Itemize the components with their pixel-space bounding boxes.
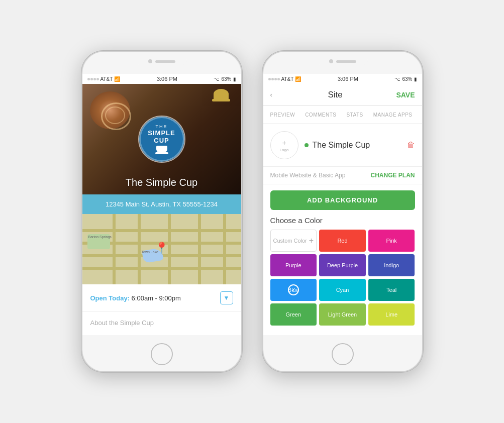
active-status-dot [305, 143, 309, 147]
camera-icon [148, 59, 152, 63]
hero-section: THE SIMPLE CUP The Simple Cup [82, 84, 241, 194]
latte-art [90, 91, 130, 129]
latte-inner [105, 107, 125, 124]
plan-text: Mobile Website & Basic App [270, 172, 346, 179]
tab-manage-apps[interactable]: MANAGE APPS [371, 108, 415, 122]
color-green[interactable]: Green [270, 303, 317, 326]
phones-container: AT&T 📶 3:06 PM ⌥ 63% ▮ [71, 41, 433, 382]
hours-expand-button[interactable]: ▼ [220, 291, 233, 304]
color-red[interactable]: Red [319, 230, 366, 252]
color-deep-purple[interactable]: Deep Purple [319, 254, 366, 276]
map-road-h4 [82, 267, 241, 270]
map-road-v2 [138, 214, 141, 284]
plan-section: Mobile Website & Basic App CHANGE PLAN [263, 167, 422, 184]
phone2-camera [329, 59, 333, 63]
status-bar: AT&T 📶 3:06 PM ⌥ 63% ▮ [82, 74, 241, 84]
selected-checkmark: ✓ [288, 284, 299, 295]
signal-dots [87, 78, 99, 80]
logo-text-cup: CUP [154, 137, 169, 144]
address-text: 12345 Main St. Austin, TX 55555-1234 [106, 200, 218, 208]
address-bar[interactable]: 12345 Main St. Austin, TX 55555-1234 [82, 194, 241, 214]
color-green-label: Green [286, 311, 301, 318]
carrier-label: AT&T [100, 76, 113, 82]
phone-1: AT&T 📶 3:06 PM ⌥ 63% ▮ [81, 51, 242, 372]
phone2-power[interactable] [422, 112, 423, 134]
color-cyan-label: Cyan [336, 287, 349, 293]
wifi-icon: 📶 [114, 76, 120, 82]
color-indigo-label: Indigo [384, 262, 399, 268]
battery-label: 63% [221, 76, 231, 82]
map-road-v1 [113, 214, 116, 284]
delete-site-button[interactable]: 🗑 [407, 141, 415, 150]
logo-placeholder-label: Logo [280, 148, 289, 152]
about-section: About the Simple Cup [82, 312, 241, 333]
cup-saucer [155, 152, 168, 154]
power-button[interactable] [241, 112, 242, 134]
nav-bar: ‹ Site SAVE [263, 84, 422, 106]
signal-dot-4 [96, 78, 99, 80]
logo-upload-button[interactable]: + Logo [270, 131, 298, 159]
back-button[interactable]: ‹ [270, 91, 274, 98]
phone2-home-button[interactable] [332, 343, 354, 365]
custom-plus-icon: + [309, 236, 314, 245]
phone2-battery-icon: ▮ [414, 76, 417, 82]
color-lime-label: Lime [385, 311, 397, 318]
color-pink[interactable]: Pink [368, 230, 415, 252]
color-custom[interactable]: Custom Color + [270, 230, 317, 252]
map-pin: 📍 [155, 242, 168, 255]
logo-cup-icon [155, 146, 168, 155]
bell-base [212, 99, 230, 101]
phone2-status-right: ⌥ 63% ▮ [394, 76, 417, 82]
phone1-screen: AT&T 📶 3:06 PM ⌥ 63% ▮ [82, 74, 241, 335]
logo-text-simple: SIMPLE [148, 129, 175, 137]
color-purple[interactable]: Purple [270, 254, 317, 276]
home-button[interactable] [151, 343, 173, 365]
phone2-screen: AT&T 📶 3:06 PM ⌥ 63% ▮ ‹ Site SAVE [263, 74, 422, 335]
about-title: About the Simple Cup [90, 319, 154, 327]
change-plan-button[interactable]: CHANGE PLAN [370, 172, 415, 179]
tab-preview[interactable]: PREVIEW [268, 108, 297, 122]
color-cyan[interactable]: Cyan [319, 279, 366, 301]
phone2-sig2 [271, 78, 274, 80]
color-grid: Custom Color + Red Pink Purple Deep Purp… [270, 230, 415, 326]
map-section[interactable]: Barton Springs Town Lake 📍 [82, 214, 241, 284]
tab-stats[interactable]: STATS [344, 108, 365, 122]
hours-section[interactable]: Open Today: 6:00am - 9:00pm ▼ [82, 284, 241, 312]
status-time: 3:06 PM [157, 76, 177, 82]
color-teal[interactable]: Teal [368, 279, 415, 301]
site-name-row: The Simple Cup 🗑 [305, 141, 415, 150]
phone2-status-left: AT&T 📶 [268, 76, 301, 82]
custom-color-label: Custom Color [273, 238, 307, 244]
phone2-wifi-icon: 📶 [295, 76, 301, 82]
logo-circle: THE SIMPLE CUP [139, 117, 184, 162]
phone2-sig1 [268, 78, 271, 80]
map-background: Barton Springs Town Lake 📍 [82, 214, 241, 284]
color-indigo[interactable]: Indigo [368, 254, 415, 276]
color-teal-label: Teal [386, 287, 396, 293]
phone2-sig4 [277, 78, 280, 80]
save-button[interactable]: SAVE [396, 91, 415, 99]
color-blue[interactable]: Blue ✓ [270, 279, 317, 301]
hours-open-label: Open Today: [90, 294, 130, 302]
signal-dot-3 [93, 78, 96, 80]
speaker-icon [155, 60, 175, 63]
color-deep-purple-label: Deep Purple [327, 262, 358, 268]
phone2-status-bar: AT&T 📶 3:06 PM ⌥ 63% ▮ [263, 74, 422, 84]
tab-comments[interactable]: COMMENTS [303, 108, 338, 122]
site-info-section: + Logo The Simple Cup 🗑 [263, 124, 422, 167]
bell-dome [214, 89, 229, 99]
phone-notch [137, 58, 187, 65]
color-lime[interactable]: Lime [368, 303, 415, 326]
phone2-bluetooth-icon: ⌥ [394, 76, 400, 82]
add-background-button[interactable]: ADD BACKGROUND [270, 190, 415, 210]
logo-text-the: THE [156, 124, 168, 129]
color-heading: Choose a Color [270, 216, 415, 225]
signal-dot-1 [87, 78, 90, 80]
color-light-green-label: Light Green [328, 311, 357, 318]
color-pink-label: Pink [386, 238, 396, 244]
map-road-v4 [198, 214, 201, 284]
hours-value: 6:00am - 9:00pm [132, 294, 181, 302]
color-light-green[interactable]: Light Green [319, 303, 366, 326]
tabs-bar: PREVIEW COMMENTS STATS MANAGE APPS [263, 106, 422, 124]
color-purple-label: Purple [285, 262, 301, 268]
